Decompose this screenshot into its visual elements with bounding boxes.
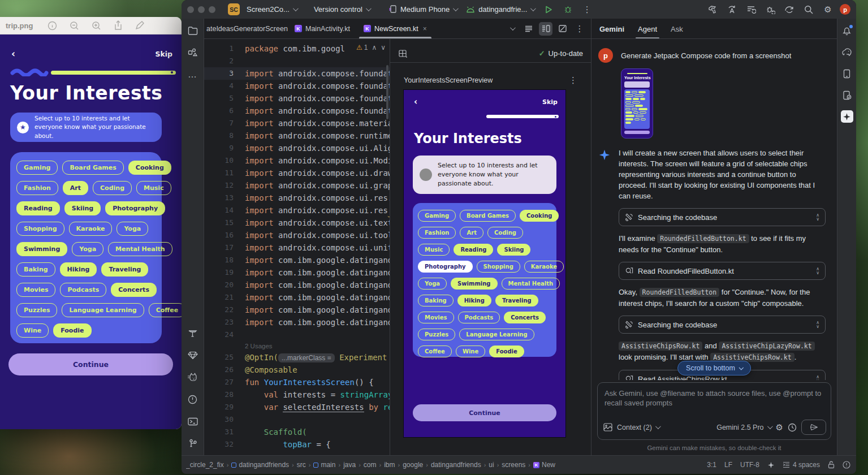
logcat-cat-icon[interactable] [187,371,199,383]
run-button[interactable] [541,2,556,17]
code-line[interactable]: 31 Scaffold( [204,426,390,438]
inspection-widget[interactable]: ⚠ 1 ∧ ∨ [355,44,387,51]
expand-collapse-icon[interactable]: ∧ ∨ [816,375,819,380]
gemini-tool-icon[interactable] [841,110,853,123]
breadcrumb-item[interactable]: KNew [533,461,555,469]
breadcrumb-item[interactable]: ui [489,461,494,469]
build-hammer-icon[interactable] [705,2,720,17]
device-selector[interactable]: Medium Phone [387,3,459,15]
code-line[interactable]: 16import androidx.compose.ui.tool [204,229,390,241]
tab-ask[interactable]: Ask [671,25,683,38]
indent-setting[interactable]: 4 spaces [783,461,820,469]
split-editor-icon[interactable] [539,22,552,36]
code-line[interactable]: 10import androidx.compose.ui.Modi [204,154,390,167]
tool-step-searching-the-codebase[interactable]: Searching the codebase∧ ∨ [619,208,826,226]
translate-sync-icon[interactable] [724,2,739,17]
line-ending[interactable]: LF [724,461,732,469]
attach-image-icon[interactable] [603,423,612,431]
close-tab-icon[interactable]: × [423,25,427,33]
code-line[interactable]: 15import androidx.compose.ui.text [204,217,390,229]
search-icon[interactable] [801,2,816,17]
model-dropdown[interactable]: Gemini 2.5 Pro [716,424,771,431]
code-line[interactable]: 27fun YourInterestsScreen() { [204,376,390,388]
expand-collapse-icon[interactable]: ∧ ∨ [816,213,819,221]
scroll-to-bottom-button[interactable]: Scroll to bottom [677,361,751,375]
breadcrumb-item[interactable]: main [313,461,335,469]
share-icon[interactable] [114,20,123,31]
error-indicator-icon[interactable] [843,461,850,469]
git-branch-icon[interactable] [187,437,199,450]
code-line[interactable]: 17import androidx.compose.ui.unit [204,241,390,254]
code-line[interactable]: 6import androidx.compose.foundat [204,105,390,117]
code-line[interactable]: 24 [204,329,390,341]
lock-icon[interactable] [828,461,835,469]
expand-collapse-icon[interactable]: ∧ ∨ [816,267,819,275]
breadcrumb-item[interactable]: src [297,461,306,469]
preview-options-kebab[interactable]: ⋮ [569,75,577,85]
settings-gear-icon[interactable]: ⚙ [821,2,835,17]
breadcrumb-item[interactable]: ibm [384,461,395,469]
resource-manager-icon[interactable] [187,46,199,59]
send-button[interactable] [801,420,826,435]
expand-collapse-icon[interactable]: ∧ ∨ [816,321,819,329]
code-line[interactable]: 25@OptIn(...markerClass = Experiment [204,351,390,364]
tab-list-chevron[interactable] [505,22,519,36]
breadcrumb-item[interactable]: google [403,461,423,469]
code-line[interactable]: 32 topBar = { [204,438,390,451]
code-line[interactable]: 14import androidx.compose.ui.res. [204,204,390,217]
breadcrumb-item[interactable]: screens [502,461,525,469]
build-variants-icon[interactable] [744,2,758,17]
gemini-settings-icon[interactable]: ⚙ [776,423,783,431]
run-config-branch[interactable]: datingandfrie... [464,3,537,15]
code-line[interactable]: 9import androidx.compose.ui.Alig [204,142,390,154]
problems-icon[interactable] [187,393,199,405]
window-zoom-button[interactable] [209,6,215,13]
ai-assistant-status-icon[interactable] [767,461,775,469]
editor-tab-newscreen-kt[interactable]: KNewScreen.kt× [357,19,434,38]
tab-agent[interactable]: Agent [638,25,657,38]
tool-step-searching-the-codebase[interactable]: Searching the codebase∧ ∨ [619,316,826,334]
code-line[interactable]: 18import com.ibm.google.datingand [204,254,390,266]
profile-avatar[interactable]: p [840,4,850,15]
code-line[interactable]: 5import androidx.compose.foundat [204,92,390,105]
zoom-out-icon[interactable] [70,21,79,31]
breadcrumb-item[interactable]: _circle_2_fix [186,461,224,469]
gradle-sync-icon[interactable] [782,2,797,17]
code-line[interactable]: 3import androidx.compose.foundat [204,67,390,80]
notifications-bell-icon[interactable] [841,24,853,37]
preview-layout-grid-icon[interactable] [396,47,409,61]
attachment-thumbnail[interactable]: Your Interests [621,68,653,139]
vcs-widget[interactable]: Version control [312,3,372,15]
code-line[interactable]: 21import com.ibm.google.datingand [204,291,390,304]
code-line[interactable]: 8import androidx.compose.runtime [204,129,390,142]
gradle-elephant-icon[interactable] [841,46,853,58]
breadcrumb-item[interactable]: datingandfriends [431,461,481,469]
tool-step-read-roundedfilledbutton-kt[interactable]: Read RoundedFilledButton.kt∧ ∨ [619,262,826,280]
window-minimize-button[interactable] [198,6,205,13]
project-tool-icon[interactable] [187,24,199,37]
code-line[interactable]: 7import androidx.compose.materia [204,117,390,129]
profiler-bug-icon[interactable] [763,2,778,17]
project-selector[interactable]: Screen2Co... [244,3,299,15]
window-close-button[interactable] [187,6,194,13]
code-line[interactable]: 26@Composable [204,364,390,376]
gemini-prompt-input[interactable] [598,383,831,416]
history-clock-icon[interactable] [788,423,797,432]
build-tool-icon[interactable] [187,327,199,339]
code-line[interactable]: 13import androidx.compose.ui.res. [204,192,390,204]
editor-scrollbar[interactable] [386,65,388,119]
device-manager-icon[interactable] [841,67,853,80]
code-line[interactable]: 23import com.ibm.google.datingand [204,316,390,329]
breadcrumb-item[interactable]: java [343,461,356,469]
terminal-icon[interactable] [187,415,199,428]
code-line[interactable]: 2 [204,55,390,67]
running-devices-icon[interactable] [841,89,853,101]
usages-inlay-hint[interactable]: 2 Usages [204,341,390,351]
code-line[interactable]: 22import com.ibm.google.datingand [204,304,390,316]
caret-position[interactable]: 3:1 [707,461,716,469]
info-icon[interactable] [47,21,57,31]
code-line[interactable]: 20import com.ibm.google.datingand [204,279,390,291]
code-line[interactable]: 4import androidx.compose.foundat [204,80,390,92]
code-line[interactable]: 30 [204,413,390,426]
code-line[interactable]: 29 var selectedInterests by re [204,401,390,413]
